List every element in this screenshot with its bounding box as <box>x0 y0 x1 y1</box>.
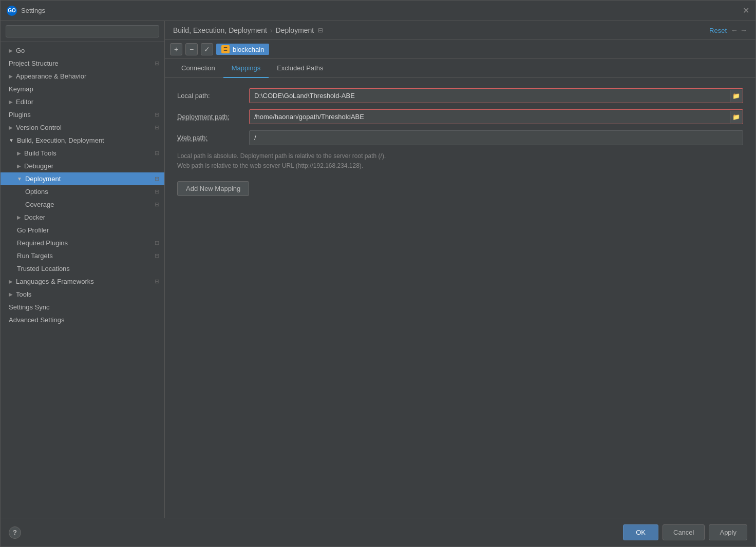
local-path-label: Local path: <box>177 92 249 100</box>
sidebar-item-label-build-tools: Build Tools <box>24 149 153 157</box>
sidebar-item-run-targets[interactable]: Run Targets⊟ <box>1 249 164 262</box>
local-path-browse-button[interactable]: 📁 <box>730 90 742 102</box>
main-content: ▶GoProject Structure⊟▶Appearance & Behav… <box>1 21 755 518</box>
breadcrumb-parent: Build, Execution, Deployment <box>173 26 267 34</box>
deployment-path-input[interactable] <box>250 110 730 123</box>
local-path-row: Local path: 📁 <box>177 88 743 103</box>
tab-mappings[interactable]: Mappings <box>223 59 269 78</box>
sidebar-item-label-advanced-settings: Advanced Settings <box>9 316 159 324</box>
sidebar-item-label-run-targets: Run Targets <box>17 252 153 260</box>
nav-arrow-tools: ▶ <box>9 291 13 297</box>
sidebar-item-label-coverage: Coverage <box>25 201 153 208</box>
web-path-row: Web path: <box>177 130 743 145</box>
remove-server-button[interactable]: − <box>185 43 198 55</box>
bottom-bar: ? OK Cancel Apply <box>1 518 755 546</box>
add-server-button[interactable]: + <box>170 43 182 55</box>
nav-arrow-go: ▶ <box>9 48 13 53</box>
sidebar-item-deployment[interactable]: ▼Deployment⊟ <box>1 172 164 185</box>
sidebar-item-advanced-settings[interactable]: Advanced Settings <box>1 314 164 326</box>
help-text-line2: Web path is relative to the web server U… <box>177 161 743 171</box>
sidebar-item-appearance-behavior[interactable]: ▶Appearance & Behavior <box>1 70 164 83</box>
title-bar: GO Settings ✕ <box>1 1 755 21</box>
sidebar-item-tools[interactable]: ▶Tools <box>1 288 164 301</box>
add-mapping-button[interactable]: Add New Mapping <box>177 181 249 196</box>
cancel-button[interactable]: Cancel <box>663 524 705 540</box>
local-path-input[interactable] <box>250 89 730 102</box>
server-item[interactable]: ☰ blockchain <box>216 44 269 55</box>
nav-arrow-version-control: ▶ <box>9 125 13 130</box>
sidebar-item-label-tools: Tools <box>16 290 159 298</box>
sidebar-item-build-execution-deployment[interactable]: ▼Build, Execution, Deployment <box>1 134 164 147</box>
sidebar-item-label-deployment: Deployment <box>25 175 153 183</box>
sidebar-item-project-structure[interactable]: Project Structure⊟ <box>1 57 164 70</box>
sidebar-item-label-options: Options <box>25 188 153 196</box>
folder-icon: 📁 <box>732 92 740 100</box>
nav-icon-right-coverage: ⊟ <box>155 201 159 208</box>
sidebar-item-settings-sync[interactable]: Settings Sync <box>1 301 164 314</box>
nav-icon-right-plugins: ⊟ <box>155 111 159 118</box>
sidebar-item-label-debugger: Debugger <box>24 162 159 170</box>
nav-forward-button[interactable]: → <box>740 26 747 34</box>
nav-arrow-appearance-behavior: ▶ <box>9 73 13 79</box>
sidebar-item-required-plugins[interactable]: Required Plugins⊟ <box>1 237 164 249</box>
sidebar-item-version-control[interactable]: ▶Version Control⊟ <box>1 121 164 134</box>
deployment-path-browse-button[interactable]: 📁 <box>730 111 742 123</box>
sidebar: ▶GoProject Structure⊟▶Appearance & Behav… <box>1 21 165 518</box>
nav-icon-right-build-tools: ⊟ <box>155 150 159 157</box>
web-path-input[interactable] <box>250 131 742 144</box>
sidebar-item-label-keymap: Keymap <box>9 85 159 93</box>
sidebar-item-label-go-profiler: Go Profiler <box>17 226 159 234</box>
nav-arrow-deployment: ▼ <box>17 176 22 182</box>
nav-icon-right-project-structure: ⊟ <box>155 60 159 67</box>
check-server-button[interactable]: ✓ <box>201 43 213 55</box>
sidebar-item-debugger[interactable]: ▶Debugger <box>1 160 164 172</box>
nav-icon-right-required-plugins: ⊟ <box>155 240 159 246</box>
sidebar-item-label-go: Go <box>16 47 159 54</box>
remove-icon: − <box>190 45 194 53</box>
nav-back-button[interactable]: ← <box>731 26 738 34</box>
tab-excluded-paths[interactable]: Excluded Paths <box>269 59 331 78</box>
nav-icon-right-deployment: ⊟ <box>155 175 159 182</box>
nav-arrow-docker: ▶ <box>17 214 21 220</box>
sidebar-item-coverage[interactable]: Coverage⊟ <box>1 198 164 211</box>
sidebar-item-go-profiler[interactable]: Go Profiler <box>1 224 164 237</box>
deployment-path-row: Deployment path: 📁 <box>177 109 743 124</box>
sidebar-item-languages-frameworks[interactable]: ▶Languages & Frameworks⊟ <box>1 275 164 288</box>
sidebar-item-label-docker: Docker <box>24 213 159 221</box>
sidebar-item-options[interactable]: Options⊟ <box>1 185 164 198</box>
sidebar-item-go[interactable]: ▶Go <box>1 44 164 57</box>
web-path-label: Web path: <box>177 134 249 142</box>
sidebar-item-editor[interactable]: ▶Editor <box>1 95 164 108</box>
sidebar-item-keymap[interactable]: Keymap <box>1 83 164 95</box>
local-path-input-wrapper: 📁 <box>249 88 743 103</box>
panel-header: Build, Execution, Deployment › Deploymen… <box>165 21 755 40</box>
check-icon: ✓ <box>204 45 210 53</box>
tab-connection[interactable]: Connection <box>173 59 223 78</box>
sidebar-item-label-version-control: Version Control <box>16 124 153 131</box>
search-input[interactable] <box>6 25 159 37</box>
help-button[interactable]: ? <box>9 526 21 539</box>
nav-arrow-build-execution-deployment: ▼ <box>9 138 14 143</box>
nav-icon-right-options: ⊟ <box>155 188 159 195</box>
deployment-path-input-wrapper: 📁 <box>249 109 743 124</box>
right-panel: Build, Execution, Deployment › Deploymen… <box>165 21 755 518</box>
sidebar-item-label-plugins: Plugins <box>9 111 153 119</box>
ok-button[interactable]: OK <box>623 524 658 540</box>
sidebar-item-docker[interactable]: ▶Docker <box>1 211 164 224</box>
server-toolbar-row: + − ✓ ☰ blockchain <box>165 40 755 59</box>
deployment-path-label: Deployment path: <box>177 113 249 121</box>
settings-window: GO Settings ✕ ▶GoProject Structure⊟▶Appe… <box>0 0 756 547</box>
sidebar-item-trusted-locations[interactable]: Trusted Locations <box>1 262 164 275</box>
sidebar-item-plugins[interactable]: Plugins⊟ <box>1 108 164 121</box>
search-bar <box>1 21 164 42</box>
help-text-line1: Local path is absolute. Deployment path … <box>177 151 743 161</box>
breadcrumb-icon: ⊟ <box>318 27 323 34</box>
folder-icon-2: 📁 <box>732 113 740 121</box>
reset-button[interactable]: Reset <box>709 27 727 34</box>
apply-button[interactable]: Apply <box>709 524 747 540</box>
close-button[interactable]: ✕ <box>743 6 749 15</box>
app-icon: GO <box>7 6 17 16</box>
sidebar-item-build-tools[interactable]: ▶Build Tools⊟ <box>1 147 164 160</box>
nav-arrows: ← → <box>731 26 747 34</box>
content-area: ConnectionMappingsExcluded Paths Local p… <box>165 59 755 518</box>
